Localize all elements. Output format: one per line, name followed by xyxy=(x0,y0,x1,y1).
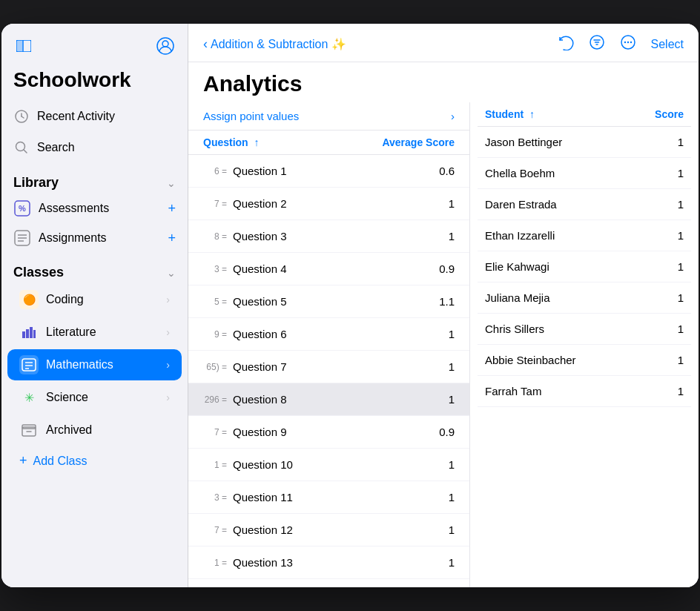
question-row[interactable]: 1 = Question 10 1 xyxy=(188,449,469,481)
sidebar-item-archived[interactable]: Archived xyxy=(7,415,182,446)
student-row[interactable]: Jason Bettinger 1 xyxy=(478,127,691,158)
student-col-header[interactable]: Student ↑ xyxy=(485,108,535,120)
question-score: 0.9 xyxy=(432,262,455,275)
question-number: 1 = xyxy=(203,460,233,470)
select-button[interactable]: Select xyxy=(651,38,684,51)
main-content: ‹ Addition & Subtraction ✨ xyxy=(188,24,699,587)
student-score: 1 xyxy=(678,229,684,242)
question-score: 1.1 xyxy=(432,295,455,308)
question-row[interactable]: 7 = Question 12 1 xyxy=(188,514,469,546)
library-section-header[interactable]: Library ⌄ xyxy=(1,169,188,194)
question-label: Question 7 xyxy=(233,360,432,373)
literature-icon xyxy=(19,323,39,342)
assessments-label: Assessments xyxy=(39,202,109,215)
profile-icon[interactable] xyxy=(155,36,176,56)
student-row[interactable]: Chris Sillers 1 xyxy=(478,314,691,345)
student-row[interactable]: Farrah Tam 1 xyxy=(478,376,691,407)
sidebar-item-mathematics[interactable]: Mathematics › xyxy=(7,349,182,380)
question-label: Question 9 xyxy=(233,426,432,438)
sidebar-item-assessments[interactable]: % Assessments + xyxy=(1,194,188,223)
sidebar-item-recent-activity[interactable]: Recent Activity xyxy=(1,101,188,132)
sort-icon: ↑ xyxy=(529,108,535,120)
question-row[interactable]: 296 = Question 8 1 xyxy=(188,383,469,416)
content-body: Assign point values › Question ↑ Average… xyxy=(188,102,699,587)
question-number: 7 = xyxy=(203,199,233,209)
assign-point-values-row[interactable]: Assign point values › xyxy=(188,102,469,131)
classes-section-header[interactable]: Classes ⌄ xyxy=(1,259,188,283)
sidebar-item-search[interactable]: Search xyxy=(1,132,188,163)
question-number: 9 = xyxy=(203,329,233,340)
svg-point-33 xyxy=(627,42,628,43)
sidebar-item-literature[interactable]: Literature › xyxy=(7,317,182,348)
undo-icon[interactable] xyxy=(558,34,574,54)
question-row[interactable]: 8 = Question 3 1 xyxy=(188,220,469,253)
question-score: 1 xyxy=(432,524,455,536)
svg-point-34 xyxy=(630,42,631,43)
archived-label: Archived xyxy=(46,423,92,437)
back-button[interactable]: ‹ Addition & Subtraction ✨ xyxy=(203,36,346,52)
question-label: Question 11 xyxy=(233,491,432,503)
literature-chevron-icon: › xyxy=(166,326,170,338)
question-row[interactable]: 7 = Question 2 1 xyxy=(188,188,469,220)
student-row[interactable]: Chella Boehm 1 xyxy=(478,158,691,189)
student-row[interactable]: Elie Kahwagi 1 xyxy=(478,251,691,283)
questions-list: 6 = Question 1 0.6 7 = Question 2 1 8 = … xyxy=(188,155,469,587)
coding-icon: 🟠 xyxy=(19,290,39,309)
main-header: ‹ Addition & Subtraction ✨ xyxy=(188,24,699,62)
student-row[interactable]: Daren Estrada 1 xyxy=(478,189,691,220)
sidebar-item-assignments[interactable]: Assignments + xyxy=(1,223,188,253)
coding-chevron-icon: › xyxy=(166,294,170,306)
student-row[interactable]: Ethan Izzarelli 1 xyxy=(478,220,691,251)
question-row[interactable]: 9 = Question 6 1 xyxy=(188,318,469,351)
question-score: 1 xyxy=(432,458,455,471)
question-label: Question 12 xyxy=(233,524,432,536)
svg-line-9 xyxy=(24,150,27,153)
question-number: 296 = xyxy=(203,394,233,405)
mathematics-label: Mathematics xyxy=(46,358,113,371)
student-score: 1 xyxy=(678,354,684,366)
filter-icon[interactable] xyxy=(589,34,605,54)
question-col-header[interactable]: Question ↑ xyxy=(203,136,260,148)
coding-label: Coding xyxy=(46,293,84,306)
sidebar-item-science[interactable]: ✳ Science › xyxy=(7,382,182,413)
question-row[interactable]: 3 = Question 11 1 xyxy=(188,481,469,514)
assign-point-chevron-icon: › xyxy=(451,110,455,122)
question-score: 1 xyxy=(432,360,455,373)
student-name: Chella Boehm xyxy=(485,167,555,179)
assignments-label: Assignments xyxy=(39,231,107,245)
page-title: Analytics xyxy=(188,62,699,102)
question-label: Question 10 xyxy=(233,458,432,471)
question-label: Question 8 xyxy=(233,393,432,406)
sidebar-toggle-icon[interactable] xyxy=(13,36,34,56)
science-chevron-icon: › xyxy=(166,392,170,403)
question-score: 1 xyxy=(432,230,455,242)
score-col-header[interactable]: Score xyxy=(655,108,684,120)
student-name: Ethan Izzarelli xyxy=(485,229,555,242)
question-row[interactable]: 5 = Question 5 1.1 xyxy=(188,285,469,318)
svg-rect-17 xyxy=(26,329,29,338)
question-number: 1 = xyxy=(203,558,233,568)
question-row[interactable]: 7 = Question 9 0.9 xyxy=(188,416,469,449)
student-score: 1 xyxy=(678,291,684,304)
question-label: Question 13 xyxy=(233,556,432,569)
student-row[interactable]: Abbie Steinbacher 1 xyxy=(478,345,691,376)
add-assessment-icon[interactable]: + xyxy=(168,201,176,217)
question-number: 65) = xyxy=(203,362,233,372)
assignments-icon xyxy=(13,229,31,247)
svg-point-32 xyxy=(624,42,625,43)
more-options-icon[interactable] xyxy=(620,34,636,54)
add-class-button[interactable]: + Add Class xyxy=(7,447,182,475)
question-number: 7 = xyxy=(203,427,233,437)
avg-score-col-header[interactable]: Average Score xyxy=(382,136,455,148)
question-label: Question 6 xyxy=(233,328,432,340)
sidebar-item-coding[interactable]: 🟠 Coding › xyxy=(7,284,182,315)
question-row[interactable]: 65) = Question 7 1 xyxy=(188,351,469,383)
student-name: Juliana Mejia xyxy=(485,291,550,304)
student-row[interactable]: Juliana Mejia 1 xyxy=(478,283,691,314)
svg-rect-0 xyxy=(16,40,22,52)
questions-header: Question ↑ Average Score xyxy=(188,131,469,155)
add-assignment-icon[interactable]: + xyxy=(168,231,176,246)
question-row[interactable]: 1 = Question 13 1 xyxy=(188,546,469,579)
question-row[interactable]: 6 = Question 1 0.6 xyxy=(188,155,469,188)
question-row[interactable]: 3 = Question 4 0.9 xyxy=(188,253,469,285)
